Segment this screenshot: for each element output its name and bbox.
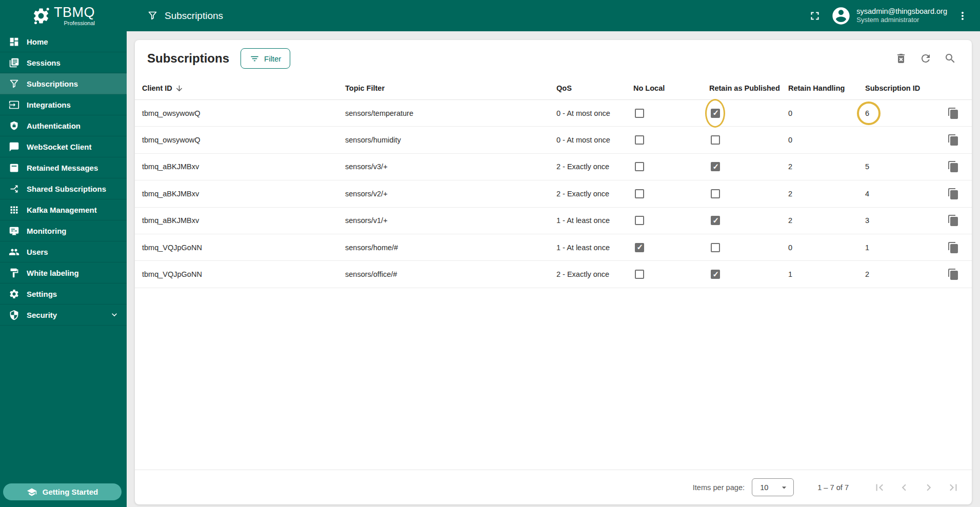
sidebar-item-retained-messages[interactable]: Retained Messages xyxy=(0,157,127,178)
card-title: Subscriptions xyxy=(147,51,229,66)
column-header-subscription-id[interactable]: Subscription ID xyxy=(865,84,947,92)
sidebar-item-subscriptions[interactable]: Subscriptions xyxy=(0,73,127,94)
sidebar-item-users[interactable]: Users xyxy=(0,241,127,262)
sidebar-item-websocket-client[interactable]: WebSocket Client xyxy=(0,136,127,157)
items-per-page-label: Items per page: xyxy=(693,483,745,492)
sidebar: Home Sessions Subscriptions Integrations… xyxy=(0,31,127,507)
sidebar-item-label: Integrations xyxy=(27,100,119,109)
table-row[interactable]: tbmq_aBKJMBxv sensors/v3/+ 2 - Exactly o… xyxy=(135,154,972,180)
refresh-button[interactable] xyxy=(915,48,936,69)
no-local-checkbox[interactable] xyxy=(635,216,644,225)
brand-name: TBMQ xyxy=(54,6,95,19)
sidebar-item-shared-subscriptions[interactable]: Shared Subscriptions xyxy=(0,178,127,199)
copy-icon[interactable] xyxy=(947,134,959,146)
page-range-label: 1 – 7 of 7 xyxy=(817,483,849,492)
auth-icon xyxy=(9,120,19,131)
table-row[interactable]: tbmq_owsywowQ sensors/humidity 0 - At mo… xyxy=(135,127,972,153)
retain-as-published-checkbox[interactable] xyxy=(711,216,720,225)
cell-client-id: tbmq_owsywowQ xyxy=(142,109,345,117)
retain-as-published-checkbox[interactable] xyxy=(711,135,720,145)
no-local-checkbox[interactable] xyxy=(635,189,644,198)
no-local-checkbox[interactable] xyxy=(635,243,644,252)
table-row[interactable]: tbmq_VQJpGoNN sensors/home/# 1 - At leas… xyxy=(135,234,972,261)
copy-icon[interactable] xyxy=(947,107,959,119)
copy-icon[interactable] xyxy=(947,268,959,280)
sidebar-item-sessions[interactable]: Sessions xyxy=(0,52,127,73)
next-page-button[interactable] xyxy=(916,476,941,499)
clear-empty-subscription-nodes-button[interactable] xyxy=(891,48,911,69)
delete-forever-icon xyxy=(895,52,907,65)
chevron-left-icon xyxy=(897,481,911,494)
column-header-topic-filter[interactable]: Topic Filter xyxy=(345,84,556,92)
column-header-qos[interactable]: QoS xyxy=(556,84,633,92)
cell-qos: 2 - Exactly once xyxy=(556,163,633,171)
last-page-icon xyxy=(947,481,960,494)
cell-qos: 0 - At most once xyxy=(556,109,633,117)
cell-retain-handling: 2 xyxy=(788,163,865,171)
retain-as-published-checkbox[interactable] xyxy=(711,243,720,252)
integrations-icon xyxy=(9,99,19,110)
column-header-client-id[interactable]: Client ID xyxy=(142,84,345,93)
retain-as-published-checkbox[interactable] xyxy=(711,270,720,279)
retain-as-published-checkbox[interactable] xyxy=(711,109,720,118)
column-header-retain-as-published[interactable]: Retain as Published xyxy=(709,84,788,92)
column-header-no-local[interactable]: No Local xyxy=(633,84,709,92)
sidebar-item-integrations[interactable]: Integrations xyxy=(0,94,127,115)
sidebar-item-white-labeling[interactable]: White labeling xyxy=(0,262,127,283)
retain-as-published-checkbox[interactable] xyxy=(711,162,720,171)
sidebar-item-settings[interactable]: Settings xyxy=(0,283,127,305)
cell-subscription-id: 3 xyxy=(865,216,869,225)
sidebar-item-label: Authentication xyxy=(27,121,119,130)
first-page-icon xyxy=(873,481,886,494)
sidebar-item-home[interactable]: Home xyxy=(0,31,127,52)
avatar[interactable] xyxy=(831,6,851,26)
user-info: sysadmin@thingsboard.org System administ… xyxy=(856,7,947,24)
filter-button[interactable]: Filter xyxy=(241,48,290,69)
column-header-retain-handling[interactable]: Retain Handling xyxy=(788,84,865,92)
cell-client-id: tbmq_owsywowQ xyxy=(142,136,345,144)
cell-topic-filter: sensors/v2/+ xyxy=(345,190,556,198)
search-icon xyxy=(944,52,956,65)
no-local-checkbox[interactable] xyxy=(635,270,644,279)
monitoring-icon xyxy=(9,226,19,236)
no-local-checkbox[interactable] xyxy=(635,109,644,118)
search-button[interactable] xyxy=(940,48,961,69)
refresh-icon xyxy=(919,52,932,65)
retain-as-published-checkbox[interactable] xyxy=(711,189,720,198)
cell-retain-handling: 0 xyxy=(788,109,865,117)
first-page-button[interactable] xyxy=(867,476,892,499)
brand-logo[interactable]: TBMQ Professional xyxy=(32,6,95,26)
sidebar-item-kafka-management[interactable]: Kafka Management xyxy=(0,199,127,220)
sidebar-item-security[interactable]: Security xyxy=(0,305,127,326)
copy-icon[interactable] xyxy=(947,241,959,254)
fullscreen-icon[interactable] xyxy=(808,9,822,23)
cell-retain-handling: 0 xyxy=(788,244,865,252)
table-row[interactable]: tbmq_owsywowQ sensors/temperature 0 - At… xyxy=(135,100,972,127)
cell-topic-filter: sensors/office/# xyxy=(345,270,556,278)
copy-icon[interactable] xyxy=(947,188,959,200)
cell-client-id: tbmq_VQJpGoNN xyxy=(142,270,345,278)
subscriptions-card: Subscriptions Filter Client ID Topic Fil… xyxy=(135,40,972,504)
funnel-icon xyxy=(147,10,158,21)
copy-icon[interactable] xyxy=(947,160,959,173)
cell-client-id: tbmq_aBKJMBxv xyxy=(142,163,345,171)
copy-icon[interactable] xyxy=(947,214,959,227)
more-vert-icon[interactable] xyxy=(956,10,969,22)
sidebar-item-label: Settings xyxy=(27,290,119,298)
page-size-select[interactable]: 10 xyxy=(752,478,794,496)
table-row[interactable]: tbmq_aBKJMBxv sensors/v1/+ 1 - At least … xyxy=(135,208,972,234)
main-content: Subscriptions Filter Client ID Topic Fil… xyxy=(127,31,980,507)
last-page-button[interactable] xyxy=(941,476,966,499)
previous-page-button[interactable] xyxy=(892,476,916,499)
kafka-icon xyxy=(9,205,19,215)
no-local-checkbox[interactable] xyxy=(635,135,644,145)
cell-client-id: tbmq_VQJpGoNN xyxy=(142,244,345,252)
table-row[interactable]: tbmq_VQJpGoNN sensors/office/# 2 - Exact… xyxy=(135,261,972,288)
sidebar-item-authentication[interactable]: Authentication xyxy=(0,115,127,136)
caret-down-icon xyxy=(779,482,789,493)
no-local-checkbox[interactable] xyxy=(635,162,644,171)
chevron-down-icon xyxy=(109,310,119,320)
getting-started-button[interactable]: Getting Started xyxy=(3,483,122,500)
table-row[interactable]: tbmq_aBKJMBxv sensors/v2/+ 2 - Exactly o… xyxy=(135,180,972,207)
sidebar-item-monitoring[interactable]: Monitoring xyxy=(0,220,127,241)
